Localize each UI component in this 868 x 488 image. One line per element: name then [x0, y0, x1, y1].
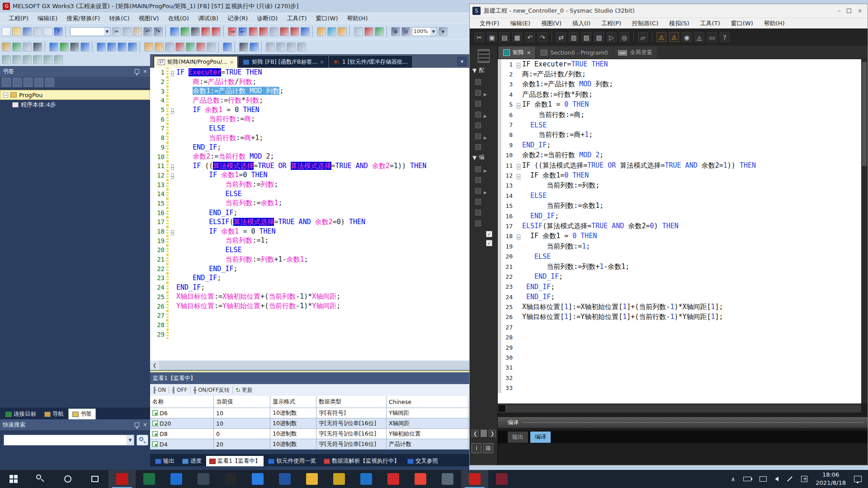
delete-icon[interactable]: ▦ — [512, 32, 522, 42]
start-button[interactable] — [0, 470, 27, 488]
win-b-icon[interactable] — [276, 42, 285, 52]
quick-search-button[interactable] — [137, 435, 148, 446]
editor-tab-全局变量[interactable]: var全局变量 — [613, 47, 657, 59]
window-green-icon[interactable] — [375, 27, 384, 36]
explorer-section-config[interactable]: ▼ 配 — [470, 65, 497, 76]
left-horizontal-scrollbar[interactable]: ❮ — [150, 361, 469, 370]
close-icon[interactable]: × — [858, 8, 862, 14]
left-menu-工具(T)[interactable]: 工具(T) — [283, 14, 311, 23]
step-orange2-icon[interactable] — [338, 27, 347, 36]
left-st-code-editor[interactable]: 1−IF Executer=TRUE THEN2 商:=产品计数/列数;3 余数… — [150, 68, 469, 361]
delete-all-bookmarks-icon[interactable] — [34, 78, 43, 87]
undo-icon[interactable]: ↶ — [525, 32, 535, 42]
redo-icon[interactable]: ↷ — [538, 32, 547, 42]
minus-box-icon[interactable]: − — [171, 71, 174, 76]
close-icon[interactable]: × — [143, 68, 147, 75]
cross-ref-icon[interactable] — [33, 42, 42, 52]
left-menu-编辑(E)[interactable]: 编辑(E) — [33, 14, 61, 23]
taskbar-search-button[interactable] — [27, 470, 54, 488]
open-project-icon[interactable] — [12, 27, 21, 36]
chevron-down-icon[interactable]: ▼ — [127, 435, 134, 445]
window-select-combo[interactable]: ▼ — [70, 27, 111, 36]
dev-wheel-icon[interactable] — [223, 42, 232, 52]
editor-tab-矩阵[interactable]: 矩阵× — [499, 47, 535, 59]
tim-taskbar-icon[interactable] — [380, 470, 407, 488]
dev-watch2-icon[interactable] — [301, 27, 310, 36]
checkbox-checked[interactable]: ✓ — [486, 240, 492, 246]
chevron-right-icon[interactable]: ▶ — [484, 136, 487, 140]
save-project-icon[interactable] — [23, 27, 32, 36]
right-vertical-scrollbar[interactable] — [861, 59, 868, 404]
dev-k-icon[interactable] — [97, 42, 106, 52]
column-header-Chinese[interactable]: Chinese — [387, 396, 468, 408]
monitor-icon[interactable]: ▭ — [707, 32, 717, 42]
device-red2-icon[interactable] — [280, 27, 289, 36]
editor-tab-1[interactable]: ST矩阵(MAIN/ProgPou/...× — [154, 56, 238, 68]
right-menu-窗口(W)[interactable]: 窗口(W) — [726, 19, 758, 28]
prev-bookmark-icon[interactable] — [13, 78, 22, 87]
scroll-left-icon[interactable]: ❮ — [150, 361, 159, 370]
pen-icon[interactable] — [788, 476, 793, 481]
edit-icon[interactable] — [2, 55, 11, 64]
dev-batch-icon[interactable] — [118, 42, 127, 52]
editor-tab-Section0 - Program0[interactable]: Section0 - Program0 — [536, 47, 613, 59]
column-header-名称[interactable]: 名称 — [150, 396, 214, 408]
clock2-icon[interactable] — [155, 42, 164, 52]
action-center-icon[interactable] — [854, 476, 862, 482]
explorer-item-icon[interactable] — [475, 101, 481, 107]
edge-taskbar-icon[interactable] — [353, 470, 380, 488]
insert-line-icon[interactable] — [43, 55, 52, 64]
device-find2-icon[interactable] — [259, 27, 268, 36]
bottom-tab-软元件使用一览[interactable]: 软元件使用一览 — [265, 456, 319, 466]
dev-batch2-icon[interactable] — [128, 42, 137, 52]
watch-row-D6[interactable]: D61010进制数字[有符号]Y轴间距 — [150, 408, 469, 418]
run-mode-icon[interactable]: ▷ — [607, 32, 617, 42]
undo-icon[interactable]: ↶ — [143, 27, 152, 36]
explorer-item-icon[interactable] — [475, 210, 481, 216]
bottom-tab-监看1【监看中】[interactable]: 监看1【监看中】 — [206, 456, 264, 466]
stamp-icon[interactable] — [43, 27, 52, 36]
column-header-显示格式[interactable]: 显示格式 — [270, 396, 316, 408]
explorer-item-icon[interactable] — [475, 133, 481, 139]
win-d-icon[interactable] — [297, 42, 306, 52]
watch-toolbar-force-off[interactable]: ╢OFF — [172, 387, 187, 394]
explorer-item-icon[interactable] — [475, 221, 481, 226]
win-c-icon[interactable] — [287, 42, 296, 52]
watch-toolbar-refresh[interactable]: ↻更新 — [236, 386, 253, 394]
build-icon[interactable]: ▨ — [581, 32, 591, 42]
minus-box-icon[interactable]: − — [171, 174, 174, 179]
search-doc-icon[interactable] — [23, 55, 32, 64]
dev-grid-icon[interactable] — [107, 42, 116, 52]
explorer-item-icon[interactable] — [475, 199, 481, 205]
cut-icon[interactable]: ✂ — [112, 27, 121, 36]
right-menu-文件(F)[interactable]: 文件(F) — [475, 19, 504, 28]
transfer-icon[interactable]: ▥ — [569, 32, 579, 42]
fb-gray-icon[interactable] — [165, 42, 174, 52]
zoom-out-icon[interactable]: ⊖ — [401, 27, 410, 36]
window-red-icon[interactable] — [364, 27, 373, 36]
paste-icon[interactable] — [133, 27, 142, 36]
win-a-icon[interactable] — [266, 42, 275, 52]
minus-box-icon[interactable]: − — [517, 164, 520, 169]
edit-green-icon[interactable] — [186, 42, 195, 52]
chrome-taskbar-icon[interactable] — [407, 470, 434, 488]
media-yellow-taskbar-icon[interactable] — [326, 470, 353, 488]
collapse-tree-icon[interactable] — [2, 78, 11, 87]
close-icon[interactable]: × — [527, 50, 531, 56]
bottom-tab-进度[interactable]: 进度 — [179, 456, 205, 466]
touch-keyboard-icon[interactable] — [801, 476, 807, 482]
sidebar-tab-导航[interactable]: 导航 — [41, 409, 67, 419]
sort-list-icon[interactable] — [45, 78, 54, 87]
ho-red-icon[interactable] — [196, 42, 205, 52]
step-orange1-icon[interactable] — [317, 27, 326, 36]
diff-icon[interactable]: ◬ — [694, 32, 704, 42]
cut-icon[interactable]: ✂ — [474, 32, 484, 42]
collapse-icon[interactable]: − — [3, 93, 8, 98]
close-icon[interactable]: × — [143, 422, 147, 428]
right-st-code-editor[interactable]: 1−IF Executer=TRUE THEN2商:=产品计数/列数;3余数1:… — [498, 59, 861, 404]
minus-box-icon[interactable]: − — [171, 164, 174, 170]
zoom-in-icon[interactable]: ⊕ — [391, 27, 400, 36]
gray-app-taskbar-icon[interactable] — [434, 470, 461, 488]
new-project-icon[interactable] — [2, 27, 11, 36]
more-icon[interactable]: ▾ — [439, 27, 448, 36]
